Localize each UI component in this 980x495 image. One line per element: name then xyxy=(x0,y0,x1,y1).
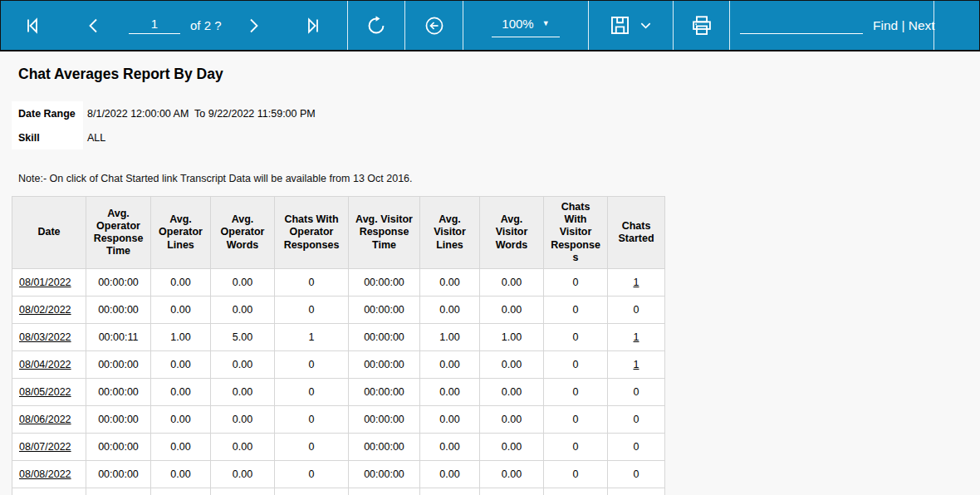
chats-started-link[interactable]: 1 xyxy=(634,331,639,343)
table-cell: 0.00 xyxy=(420,351,480,379)
date-link[interactable]: 08/08/2022 xyxy=(19,468,71,480)
table-row: 08/07/202200:00:000.000.00000:00:000.000… xyxy=(12,434,665,461)
table-cell: 0.00 xyxy=(211,351,275,379)
column-header-chats-with-visitor-responses: Chats With Visitor Responses xyxy=(544,197,608,269)
table-cell: 00:00:00 xyxy=(349,434,420,461)
table-cell: 00:00:00 xyxy=(349,406,420,434)
previous-page-button[interactable] xyxy=(79,11,109,41)
table-cell: 1.00 xyxy=(420,324,480,351)
param-row-date-range: Date Range 8/1/2022 12:00:00 AM To 9/22/… xyxy=(12,101,980,125)
table-cell: 08/05/2022 xyxy=(12,379,86,406)
chats-started-link[interactable]: 1 xyxy=(634,277,639,288)
column-header-date: Date xyxy=(12,197,86,269)
report-title: Chat Averages Report By Day xyxy=(18,66,980,83)
column-header-avg-visitor-words: Avg. Visitor Words xyxy=(480,197,544,269)
table-row: 08/02/202200:00:000.000.00000:00:000.000… xyxy=(12,297,665,324)
first-page-button[interactable] xyxy=(17,11,47,41)
table-cell: 0.00 xyxy=(151,379,211,406)
back-to-parent-button[interactable] xyxy=(419,11,449,41)
table-cell: 0.00 xyxy=(151,461,211,488)
date-link[interactable]: 08/06/2022 xyxy=(19,414,71,425)
table-cell: 0 xyxy=(275,351,349,379)
table-cell: 0.00 xyxy=(211,461,275,488)
table-cell: 00:00:11 xyxy=(86,324,151,351)
last-page-button[interactable] xyxy=(298,11,328,41)
table-cell: 0.00 xyxy=(211,406,275,434)
print-button[interactable] xyxy=(687,11,717,41)
table-cell: 0 xyxy=(608,379,665,406)
table-cell: 0.00 xyxy=(480,461,544,488)
table-row: 08/04/202200:00:000.000.00000:00:000.000… xyxy=(12,351,665,379)
table-cell: 1 xyxy=(608,324,665,351)
table-cell: 00:00:00 xyxy=(86,406,151,434)
table-row: 08/03/202200:00:111.005.00100:00:001.001… xyxy=(12,324,665,351)
table-cell: 0 xyxy=(544,324,608,351)
table-cell: 0 xyxy=(544,461,608,488)
table-row: 08/05/202200:00:000.000.00000:00:000.000… xyxy=(12,379,665,406)
find-button[interactable]: Find xyxy=(873,18,898,32)
column-header-avg-operator-lines: Avg. Operator Lines xyxy=(151,197,211,269)
table-cell xyxy=(151,488,211,495)
table-cell: 00:00:00 xyxy=(86,297,151,324)
table-cell: 00:00:00 xyxy=(349,269,420,297)
table-cell: 0.00 xyxy=(420,434,480,461)
table-cell: 0.00 xyxy=(480,269,544,297)
zoom-select[interactable]: 100% ▼ xyxy=(492,14,559,37)
find-next-button[interactable]: Next xyxy=(909,18,935,32)
table-cell: 5.00 xyxy=(211,324,275,351)
param-row-skill: Skill ALL xyxy=(12,125,980,149)
table-cell xyxy=(86,488,151,495)
previous-page-icon xyxy=(84,16,104,36)
zoom-group: 100% ▼ xyxy=(463,1,588,50)
back-to-parent-icon xyxy=(424,15,445,37)
table-cell: 08/01/2022 xyxy=(12,269,86,297)
first-page-icon xyxy=(22,16,42,36)
table-cell: 0.00 xyxy=(211,434,275,461)
table-cell: 1 xyxy=(608,269,665,297)
table-cell: 0.00 xyxy=(420,461,480,488)
page-number-input[interactable] xyxy=(129,17,180,34)
toolbar-spacer xyxy=(934,1,979,50)
table-cell: 0 xyxy=(544,351,608,379)
page-count-label: of 2 ? xyxy=(190,18,222,32)
report-content: Chat Averages Report By Day Date Range 8… xyxy=(0,66,980,495)
table-cell: 0.00 xyxy=(420,297,480,324)
table-cell: 08/04/2022 xyxy=(12,351,86,379)
table-cell: 0.00 xyxy=(151,406,211,434)
table-cell: 00:00:00 xyxy=(349,351,420,379)
table-cell: 0.00 xyxy=(480,379,544,406)
page-navigation-group: of 2 ? xyxy=(1,1,347,50)
date-link[interactable]: 08/01/2022 xyxy=(19,277,71,288)
report-parameters: Date Range 8/1/2022 12:00:00 AM To 9/22/… xyxy=(12,101,980,149)
chats-started-link[interactable]: 1 xyxy=(634,359,639,370)
search-input[interactable] xyxy=(740,17,863,34)
table-cell: 1 xyxy=(608,351,665,379)
table-cell: 00:00:00 xyxy=(86,351,151,379)
date-range-value: 8/1/2022 12:00:00 AM To 9/22/2022 11:59:… xyxy=(83,108,316,120)
table-cell: 00:00:00 xyxy=(86,434,151,461)
table-cell: 00:00:00 xyxy=(349,379,420,406)
table-cell: 00:00:00 xyxy=(349,297,420,324)
table-cell: 1 xyxy=(275,324,349,351)
save-export-button[interactable] xyxy=(609,11,653,41)
chevron-down-icon xyxy=(639,18,653,32)
date-link[interactable]: 08/05/2022 xyxy=(19,386,71,398)
next-page-icon xyxy=(243,16,263,36)
chat-averages-table: Date Avg. Operator Response Time Avg. Op… xyxy=(12,196,665,495)
find-next-labels: Find | Next xyxy=(873,18,935,33)
table-cell: 0 xyxy=(544,434,608,461)
date-link[interactable]: 08/04/2022 xyxy=(19,359,71,370)
table-cell: 0.00 xyxy=(151,269,211,297)
table-cell: 00:00:00 xyxy=(349,324,420,351)
date-link[interactable]: 08/03/2022 xyxy=(19,331,71,343)
back-group xyxy=(405,1,463,50)
refresh-button[interactable] xyxy=(361,11,391,41)
table-row-partial xyxy=(12,488,665,495)
next-page-button[interactable] xyxy=(238,11,268,41)
date-link[interactable]: 08/02/2022 xyxy=(19,304,71,316)
date-link[interactable]: 08/07/2022 xyxy=(19,441,71,453)
table-cell: 0.00 xyxy=(151,297,211,324)
table-cell: 08/08/2022 xyxy=(12,461,86,488)
table-cell: 0 xyxy=(608,297,665,324)
table-row: 08/01/202200:00:000.000.00000:00:000.000… xyxy=(12,269,665,297)
